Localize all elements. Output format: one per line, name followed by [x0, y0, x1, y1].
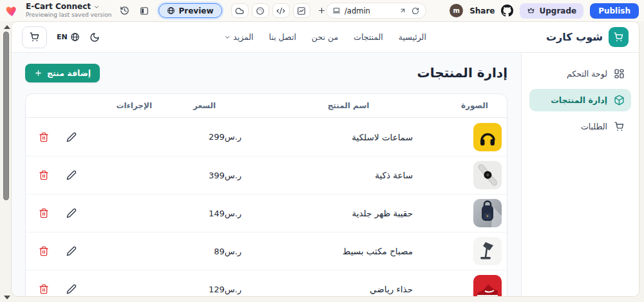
scrollbar-up-arrow[interactable]	[4, 25, 10, 29]
site-nav: الرئيسية المنتجات من نحن اتصل بنا المزيد	[224, 32, 426, 42]
github-button[interactable]	[501, 5, 513, 17]
chevron-down-icon	[224, 34, 231, 41]
publish-button[interactable]: Publish	[590, 3, 639, 19]
refresh-icon	[412, 7, 419, 15]
backpack-image	[473, 199, 502, 227]
nav-contact[interactable]: اتصل بنا	[269, 32, 296, 42]
delete-product-button[interactable]	[39, 208, 49, 218]
products-table-card: الصورة اسم المنتج السعر الإجراءات سماعات…	[25, 93, 507, 297]
product-price: ر.س149	[209, 209, 254, 218]
add-product-button[interactable]: إضافة منتج	[25, 64, 100, 82]
globe-icon	[70, 32, 80, 42]
brand-cart-icon	[609, 27, 629, 47]
sneaker-image	[473, 275, 502, 297]
cart-icon	[29, 32, 40, 42]
column-header-price: السعر	[193, 101, 216, 110]
device-icon	[332, 6, 341, 15]
product-name: حقيبة ظهر جلدية	[352, 208, 442, 218]
scrollbar-thumb[interactable]	[3, 32, 9, 200]
page-title: إدارة المنتجات	[417, 65, 507, 80]
site-brand[interactable]: شوب كارت	[546, 27, 629, 47]
globe-icon	[167, 6, 175, 15]
nav-about[interactable]: من نحن	[312, 32, 338, 42]
history-icon	[120, 6, 129, 15]
preview-label: Preview	[179, 6, 214, 15]
delete-product-button[interactable]	[39, 284, 49, 294]
product-name: مصباح مكتب بسيط	[343, 246, 442, 256]
open-external-button[interactable]	[399, 7, 407, 14]
table-header-row: الصورة اسم المنتج السعر الإجراءات	[26, 94, 507, 118]
nav-home[interactable]: الرئيسية	[399, 32, 426, 42]
header-controls: EN	[22, 26, 100, 48]
external-link-icon	[399, 7, 406, 14]
panel-toggle-button[interactable]	[137, 4, 152, 18]
product-name: ساعة ذكية	[375, 170, 442, 180]
analytics-button[interactable]	[293, 3, 310, 18]
sidebar-item-label: الطلبات	[581, 122, 607, 131]
nav-more-label: المزيد	[233, 32, 253, 42]
delete-product-button[interactable]	[39, 246, 49, 256]
sidebar-item-dashboard[interactable]: لوحة التحكم	[529, 62, 631, 85]
table-row: ساعة ذكية ر.س399	[26, 156, 507, 194]
product-price: ر.س129	[209, 285, 254, 294]
orders-cart-icon	[614, 121, 625, 132]
product-name: حذاء رياضي	[370, 284, 442, 294]
add-product-label: إضافة منتج	[47, 68, 91, 78]
product-price: ر.س399	[209, 171, 254, 180]
avatar[interactable]: m	[450, 4, 463, 17]
edit-product-button[interactable]	[66, 246, 77, 256]
sidebar-item-products[interactable]: إدارة المنتجات	[529, 89, 631, 111]
table-body: سماعات لاسلكية ر.س299 ساعة ذكية ر.س399 ح…	[26, 118, 507, 297]
table-row: حذاء رياضي ر.س129	[26, 270, 507, 297]
plus-icon	[317, 6, 326, 15]
delete-product-button[interactable]	[39, 132, 49, 142]
product-price: ر.س299	[209, 132, 254, 142]
builder-topbar: E-Cart Connect Previewing last saved ver…	[0, 0, 644, 21]
language-toggle[interactable]: EN	[57, 32, 80, 42]
edit-product-button[interactable]	[66, 132, 77, 142]
upgrade-label: Upgrade	[539, 6, 576, 15]
edit-product-button[interactable]	[66, 208, 77, 218]
url-bar[interactable]: /admin	[326, 3, 426, 19]
package-icon	[614, 95, 625, 106]
site-header: شوب كارت الرئيسية المنتجات من نحن اتصل ب…	[12, 22, 639, 53]
admin-sidebar: لوحة التحكم إدارة المنتجات الطلبات	[521, 53, 639, 297]
cloud-button[interactable]	[231, 3, 249, 18]
trash-icon	[39, 132, 49, 142]
admin-content: لوحة التحكم إدارة المنتجات الطلبات إدارة…	[12, 53, 639, 297]
nav-more[interactable]: المزيد	[224, 32, 253, 42]
edit-product-button[interactable]	[66, 170, 77, 180]
share-button[interactable]: Share	[469, 6, 495, 15]
trash-icon	[39, 208, 49, 218]
upgrade-button[interactable]: Upgrade	[520, 3, 583, 19]
product-price: ر.س89	[214, 247, 254, 256]
column-header-name: اسم المنتج	[328, 101, 370, 110]
project-menu[interactable]: E-Cart Connect Previewing last saved ver…	[26, 3, 112, 19]
nav-products[interactable]: المنتجات	[354, 32, 383, 42]
trash-icon	[39, 246, 49, 256]
sidebar-item-label: إدارة المنتجات	[551, 95, 607, 105]
refresh-button[interactable]	[411, 7, 420, 15]
moon-icon	[90, 32, 100, 42]
language-label: EN	[57, 33, 68, 41]
preview-button[interactable]: Preview	[158, 3, 222, 18]
dark-mode-toggle[interactable]	[90, 32, 100, 42]
edit-product-button[interactable]	[66, 284, 77, 294]
cart-button[interactable]	[22, 26, 47, 48]
scrollbar-down-arrow[interactable]	[4, 296, 10, 299]
theme-palette-button[interactable]	[252, 3, 269, 18]
table-row: حقيبة ظهر جلدية ر.س149	[26, 194, 507, 232]
delete-product-button[interactable]	[39, 170, 49, 180]
code-button[interactable]	[272, 3, 290, 18]
sidebar-item-label: لوحة التحكم	[567, 69, 607, 79]
pencil-icon	[66, 284, 77, 294]
code-icon	[276, 6, 285, 15]
pencil-icon	[66, 246, 77, 256]
sidebar-item-orders[interactable]: الطلبات	[529, 115, 631, 138]
history-button[interactable]	[117, 4, 133, 18]
trash-icon	[39, 170, 49, 180]
lovable-logo-icon	[5, 4, 19, 18]
project-name: E-Cart Connect	[26, 3, 91, 12]
lamp-image	[473, 237, 502, 265]
smartwatch-image	[473, 161, 502, 189]
